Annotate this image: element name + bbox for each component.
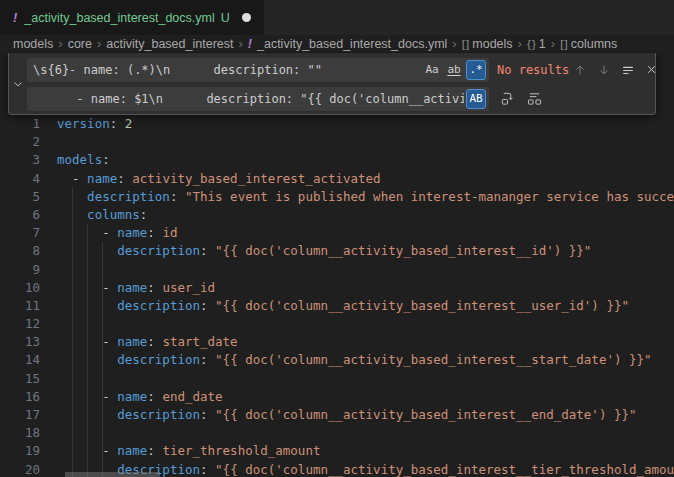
breadcrumb: models›core›activity_based_interest›!_ac…	[0, 35, 674, 52]
code-line[interactable]	[57, 133, 674, 151]
line-number[interactable]: 3	[0, 151, 40, 169]
breadcrumb-item[interactable]: models	[13, 37, 53, 51]
breadcrumb-label: _activity_based_interest_docs.yml	[257, 37, 447, 51]
line-number[interactable]: 17	[0, 406, 40, 424]
line-number[interactable]: 11	[0, 297, 40, 315]
breadcrumb-label: core	[68, 37, 92, 51]
line-number[interactable]: 5	[0, 188, 40, 206]
line-number[interactable]: 6	[0, 206, 40, 224]
replace-all-icon	[527, 91, 542, 106]
breadcrumb-label: activity_based_interest	[106, 37, 233, 51]
code-line[interactable]: - name: id	[57, 224, 674, 242]
code-line[interactable]: description: "This event is published wh…	[57, 188, 674, 206]
replace-input-value: - name: $1\n description: "{{ doc('colum…	[33, 92, 464, 106]
breadcrumb-item[interactable]: activity_based_interest	[106, 37, 233, 51]
find-input-value: \s{6}- name: (.*)\n description: ""	[33, 63, 420, 77]
code-area[interactable]: version: 2models: - name: activity_based…	[57, 115, 674, 477]
replace-input[interactable]: - name: $1\n description: "{{ doc('colum…	[27, 87, 489, 111]
code-line[interactable]: version: 2	[57, 115, 674, 133]
symbol-icon: { }	[527, 38, 535, 50]
line-number[interactable]: 20	[0, 461, 40, 477]
line-number[interactable]: 14	[0, 351, 40, 369]
breadcrumb-item[interactable]: [ ]models	[462, 37, 513, 51]
replace-all-button[interactable]	[524, 88, 545, 109]
yaml-file-icon: !	[248, 37, 252, 51]
previous-match-button[interactable]	[569, 59, 590, 80]
code-line[interactable]: models:	[57, 151, 674, 169]
line-number[interactable]: 10	[0, 279, 40, 297]
breadcrumb-label: models	[472, 37, 512, 51]
breadcrumb-label: 1	[539, 37, 546, 51]
line-number[interactable]: 7	[0, 224, 40, 242]
vscode-window: ! _activity_based_interest_docs.yml U mo…	[0, 0, 674, 477]
replace-action-buttons	[497, 88, 545, 109]
code-line[interactable]: description: "{{ doc('column__activity_b…	[57, 351, 674, 369]
code-editor[interactable]: 1234567891011121314151617181920 version:…	[0, 52, 674, 477]
code-line[interactable]	[57, 315, 674, 333]
symbol-icon: [ ]	[462, 38, 469, 50]
code-line[interactable]: description: "{{ doc('column__activity_b…	[57, 297, 674, 315]
find-row: \s{6}- name: (.*)\n description: "" Aa a…	[27, 57, 649, 82]
code-line[interactable]	[57, 261, 674, 279]
breadcrumb-separator: ›	[97, 36, 101, 51]
line-number[interactable]: 19	[0, 442, 40, 460]
close-icon	[645, 63, 658, 76]
tab-bar: ! _activity_based_interest_docs.yml U	[0, 0, 674, 35]
find-nav-buttons	[569, 59, 662, 80]
tab-activity-based-interest-docs[interactable]: ! _activity_based_interest_docs.yml U	[0, 0, 264, 35]
line-number[interactable]: 16	[0, 388, 40, 406]
modified-indicator-dot[interactable]	[242, 13, 251, 22]
find-replace-widget: \s{6}- name: (.*)\n description: "" Aa a…	[8, 53, 656, 115]
arrow-up-icon	[573, 63, 587, 77]
regex-button[interactable]: .*	[466, 60, 486, 80]
close-button[interactable]	[641, 59, 662, 80]
arrow-down-icon	[597, 63, 611, 77]
line-number[interactable]: 18	[0, 424, 40, 442]
horizontal-scrollbar-thumb[interactable]	[65, 472, 160, 477]
code-line[interactable]: columns:	[57, 206, 674, 224]
breadcrumb-separator: ›	[518, 36, 522, 51]
replace-button[interactable]	[497, 88, 518, 109]
breadcrumb-separator: ›	[238, 36, 242, 51]
next-match-button[interactable]	[593, 59, 614, 80]
toggle-replace-button[interactable]	[9, 53, 27, 114]
find-status-text: No results	[497, 63, 569, 77]
line-number[interactable]: 8	[0, 242, 40, 260]
replace-row: - name: $1\n description: "{{ doc('colum…	[27, 86, 649, 111]
line-number[interactable]: 13	[0, 333, 40, 351]
breadcrumb-label: columns	[571, 37, 618, 51]
code-line[interactable]: description: "{{ doc('column__activity_b…	[57, 242, 674, 260]
code-line[interactable]: - name: tier_threshold_amount	[57, 442, 674, 460]
find-input[interactable]: \s{6}- name: (.*)\n description: "" Aa a…	[27, 58, 489, 82]
breadcrumb-item[interactable]: core	[68, 37, 92, 51]
line-number[interactable]: 12	[0, 315, 40, 333]
line-number[interactable]: 15	[0, 370, 40, 388]
breadcrumb-separator: ›	[551, 36, 555, 51]
breadcrumb-item[interactable]: !_activity_based_interest_docs.yml	[248, 37, 448, 51]
line-number[interactable]: 4	[0, 170, 40, 188]
code-line[interactable]	[57, 424, 674, 442]
match-case-button[interactable]: Aa	[422, 60, 442, 80]
find-in-selection-button[interactable]	[617, 59, 638, 80]
code-line[interactable]: - name: activity_based_interest_activate…	[57, 170, 674, 188]
line-number[interactable]: 2	[0, 133, 40, 151]
yaml-file-icon: !	[13, 10, 17, 25]
git-untracked-badge: U	[221, 11, 230, 25]
line-number[interactable]: 9	[0, 261, 40, 279]
code-line[interactable]: - name: end_date	[57, 388, 674, 406]
code-line[interactable]: description: "{{ doc('column__activity_b…	[57, 406, 674, 424]
replace-icon	[500, 91, 515, 106]
whole-word-button[interactable]: ab	[444, 60, 464, 80]
find-in-selection-icon	[621, 63, 635, 77]
breadcrumb-label: models	[13, 37, 53, 51]
chevron-down-icon	[12, 78, 24, 90]
code-line[interactable]: - name: user_id	[57, 279, 674, 297]
code-line[interactable]	[57, 370, 674, 388]
tab-label: _activity_based_interest_docs.yml	[24, 11, 214, 25]
breadcrumb-item[interactable]: [ ]columns	[560, 37, 617, 51]
breadcrumb-item[interactable]: { }1	[527, 37, 546, 51]
line-number[interactable]: 1	[0, 115, 40, 133]
code-line[interactable]: - name: start_date	[57, 333, 674, 351]
breadcrumb-separator: ›	[58, 36, 62, 51]
preserve-case-button[interactable]: AB	[466, 89, 486, 109]
